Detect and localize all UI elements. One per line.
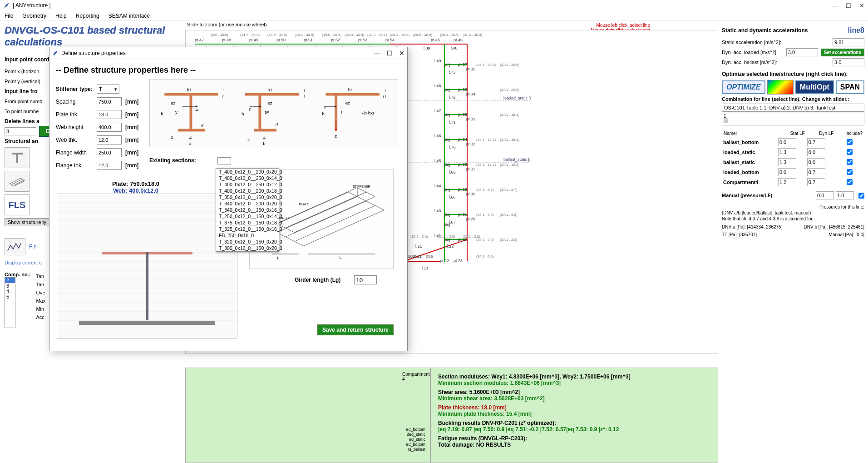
web-height-input[interactable] [97, 123, 122, 132]
section-option[interactable]: T_400_0x12_0__250_0x12_0 [216, 181, 279, 188]
section-option[interactable]: T_350_0x12_0__150_0x20_0 [216, 194, 279, 200]
svg-text:b: b [189, 141, 192, 146]
section-option[interactable]: FB_250_0x18_0 [216, 232, 279, 239]
combo-stat-input[interactable] [778, 158, 796, 166]
combo-dyn-input[interactable] [807, 158, 825, 166]
existing-sections-dropdown[interactable]: T_400_0x12_0__200_0x20_0T_400_0x12_0__25… [216, 168, 279, 252]
app-icon [4, 2, 10, 9]
menu-sesam[interactable]: SESAM interface [108, 13, 150, 19]
svg-text:b: b [263, 141, 266, 146]
stiffener-type-select[interactable]: T▾ [97, 85, 119, 94]
menu-file[interactable]: File [5, 13, 13, 19]
svg-text:l.73: l.73 [449, 70, 456, 75]
combo-include-cb[interactable] [847, 139, 853, 145]
section-option[interactable]: T_375_0x12_0__150_0x18_0 [216, 219, 279, 226]
section-option[interactable]: T_300_0x12_0__150_0x20_0 [216, 245, 279, 251]
combo-include-cb[interactable] [847, 159, 853, 165]
svg-text:(26.3 , 30.9): (26.3 , 30.9) [390, 33, 409, 37]
compartment-panel: Compartment 4 ed_bottom ded_static ed_st… [185, 368, 430, 463]
section-option[interactable]: T_340_0x12_0__200_0x20_0 [216, 200, 279, 207]
combo-stat-input[interactable] [778, 168, 796, 176]
set-acc-button[interactable]: Set accelerations [821, 49, 864, 56]
combo-stat-input[interactable] [778, 138, 796, 146]
section-option[interactable]: T_325_0x12_0__150_0x16_0 [216, 226, 279, 232]
combo-include-cb[interactable] [847, 149, 853, 155]
combo-dyn-input[interactable] [807, 168, 825, 176]
svg-text:l.43: l.43 [434, 209, 441, 213]
svg-text:[54]: [54] [444, 188, 450, 192]
fin-icon[interactable] [5, 238, 25, 255]
combo-slider-wrap[interactable]: 1 [722, 113, 864, 125]
svg-text:l.48: l.48 [434, 84, 441, 88]
spacing-input[interactable] [97, 97, 122, 106]
svg-text:l.39: l.39 [424, 46, 430, 50]
pressure-info: Pressures for this line: (DNV a/b [loade… [722, 204, 864, 222]
menu-geometry[interactable]: Geometry [22, 13, 46, 19]
svg-text:l.68: l.68 [449, 195, 456, 199]
girder-length-label: Girder length (Lg) [295, 277, 340, 283]
manual-dyn-input[interactable] [836, 191, 854, 199]
combo-dyn-input[interactable] [807, 138, 825, 146]
manual-stat-input[interactable] [816, 191, 834, 199]
multiopt-button[interactable]: MultiOpt [795, 80, 834, 94]
flange-width-input[interactable] [97, 148, 122, 157]
combo-include-cb[interactable] [847, 169, 853, 175]
flange-thk-input[interactable] [97, 161, 122, 170]
svg-text:Z: Z [263, 134, 266, 139]
svg-text:t1: t1 [222, 95, 225, 99]
combo-dyn-input[interactable] [807, 178, 825, 186]
section-option[interactable]: T_400_0x12_0__200_0x20_0 [216, 169, 279, 175]
save-return-button[interactable]: Save and return structure [317, 324, 394, 335]
svg-text:[55]: [55] [444, 138, 450, 142]
show-structure-button[interactable]: Show structure ty [5, 218, 49, 226]
menu-help[interactable]: Help [55, 13, 67, 19]
section-option[interactable]: T_400_0x12_0__250_0x14_0 [216, 175, 279, 181]
section-option[interactable]: T_320_0x12_0__150_0x20_0 [216, 239, 279, 245]
combo-row: Compartment4 [723, 178, 863, 187]
plate-icon-button[interactable] [5, 171, 30, 192]
svg-text:pt.21: pt.21 [413, 254, 422, 259]
svg-text:l.69: l.69 [449, 170, 456, 174]
dialog-maximize-button[interactable]: ☐ [387, 50, 393, 57]
dyn-ballast-input[interactable] [833, 58, 864, 66]
existing-sections-select[interactable] [217, 157, 231, 164]
rainbow-icon [767, 80, 794, 95]
existing-sections-label: Existing sections: [149, 157, 196, 164]
optimize-button[interactable]: OPTIMIZE [722, 80, 765, 94]
section-option[interactable]: T_400_0x12_0__200_0x18_0 [216, 188, 279, 194]
svg-text:pt.54: pt.54 [385, 38, 395, 42]
girder-length-input[interactable] [354, 275, 377, 284]
svg-text:(31.1 , 2.5): (31.1 , 2.5) [438, 234, 455, 239]
dialog-minimize-button[interactable]: — [374, 50, 380, 57]
svg-text:(30.1 , 30.9): (30.1 , 30.9) [440, 33, 459, 37]
combo-dyn-input[interactable] [807, 148, 825, 156]
svg-line-169 [295, 205, 375, 241]
web-thk-input[interactable] [97, 135, 122, 144]
section-option[interactable]: T_250_0x12_0__150_0x14_0 [216, 213, 279, 219]
combo-include-cb[interactable] [847, 179, 853, 185]
span-button[interactable]: SPAN [836, 80, 864, 94]
maximize-button[interactable]: ☐ [846, 2, 851, 9]
delete-line-input[interactable] [5, 127, 36, 135]
menu-reporting[interactable]: Reporting [76, 13, 99, 19]
dyn-loaded-input[interactable] [786, 48, 818, 56]
minimize-button[interactable]: — [832, 2, 838, 9]
dialog-close-button[interactable]: ✕ [399, 50, 404, 57]
fls-button[interactable]: FLS [5, 194, 30, 215]
section-option[interactable]: T_340_0x12_0__150_0x16_0 [216, 207, 279, 213]
close-button[interactable]: ✕ [859, 2, 864, 9]
manual-include-cb[interactable] [858, 193, 864, 199]
results-panel: Section moduluses: Wey1: 4.8300E+06 [mm^… [430, 368, 718, 463]
svg-text:pt.51: pt.51 [304, 38, 313, 42]
static-acc-input[interactable] [833, 38, 864, 46]
svg-text:t1: t1 [302, 95, 306, 99]
svg-text:l.22: l.22 [447, 244, 454, 249]
plate-thk-input[interactable] [97, 110, 122, 119]
svg-text:b1: b1 [267, 87, 272, 92]
combo-stat-input[interactable] [778, 178, 796, 186]
stiffener-icon-button[interactable] [5, 147, 30, 168]
comp-property-labels: Tan Tan Ove Max Min Acc [36, 274, 45, 320]
combo-stat-input[interactable] [778, 148, 796, 156]
svg-text:pt.22: pt.22 [440, 259, 449, 263]
comp-listbox[interactable]: 2 3 4 5 [5, 277, 15, 328]
